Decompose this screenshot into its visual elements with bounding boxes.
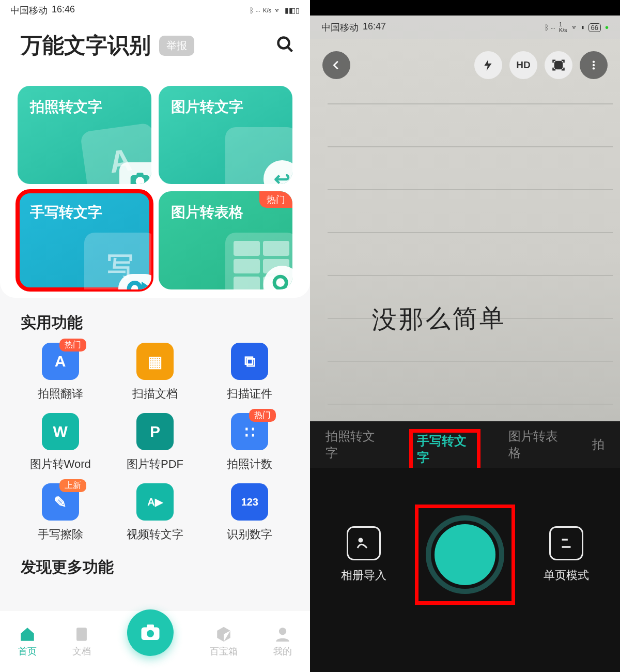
card-label: 图片转文字 [171,99,243,115]
func-label: 图片转PDF [127,456,183,472]
svg-point-18 [359,539,362,542]
svg-rect-12 [147,624,154,628]
func-number-recog[interactable]: 123 识别数字 [205,483,295,542]
card-handwriting-to-text[interactable]: 手写转文字 写 [18,191,151,289]
practical-functions-grid: 热门 A 拍照翻译 ▦ 扫描文档 ⧉ 扫描证件 W 图片转Word P 图片转P… [0,343,310,542]
video-icon: A▶ [136,483,174,521]
flash-button[interactable] [474,51,502,79]
camera-mode-strip[interactable]: 拍照转文字 手写转文字 图片转表格 拍 [310,421,620,468]
shutter-button[interactable] [426,515,504,594]
gallery-icon [347,526,381,560]
signal-icon: ▮◧▯ [285,6,300,14]
time-label: 16:47 [363,21,386,34]
more-button[interactable] [580,51,608,79]
camera-top-bar: HD [310,44,620,86]
svg-point-11 [147,630,154,637]
nav-me[interactable]: 我的 [273,625,292,658]
func-erase-handwriting[interactable]: 上新 ✎ 手写擦除 [16,483,105,542]
camera-controls: 相册导入 单页模式 [310,468,620,672]
capture-mode-button[interactable] [545,51,572,79]
scan-id-icon: ⧉ [231,343,268,380]
net-speed: 1K/s [559,22,567,33]
svg-point-17 [593,67,595,69]
main-feature-cards: 拍照转文字 A 图片转文字 ↩ 手写转文字 写 热门 图片转表格 [0,75,310,298]
wifi-icon: ᯤ [274,6,282,14]
svg-line-8 [285,287,290,289]
bt-icon: ᛒ ⋯ [545,23,555,32]
home-screen: 中国移动 16:46 ᛒ ⋯ K/s ᯤ ▮◧▯ 万能文字识别 举报 拍照转文字… [0,0,310,672]
number-icon: 123 [231,483,268,521]
status-bar-left: 中国移动 16:46 ᛒ ⋯ K/s ᯤ ▮◧▯ [0,0,310,21]
func-scan-id[interactable]: ⧉ 扫描证件 [205,343,295,402]
app-title: 万能文字识别 [21,31,151,60]
func-photo-count[interactable]: 热门 ∷ 拍照计数 [205,413,295,472]
func-video-text[interactable]: A▶ 视频转文字 [110,483,199,542]
func-label: 扫描证件 [227,386,272,402]
app-header: 万能文字识别 举报 [0,21,310,75]
nav-camera-button[interactable] [127,609,174,656]
more-vert-icon [588,59,599,71]
carrier-label: 中国移动 [321,21,359,34]
card-label: 手写转文字 [30,204,102,220]
func-label: 扫描文档 [132,386,178,402]
svg-point-15 [593,60,595,63]
camera-icon [140,622,161,644]
battery-icon: 66 [588,23,601,32]
mode-handwriting-text[interactable]: 手写转文字 [409,429,481,468]
status-bar-right: 中国移动 16:47 ᛒ ⋯ 1K/s ᯤ ▮ 66 • [310,16,620,39]
card-image-to-table[interactable]: 热门 图片转表格 [159,191,292,289]
svg-point-0 [278,38,289,49]
nav-docs[interactable]: 文档 [72,625,91,658]
nav-label: 文档 [72,645,91,658]
func-label: 图片转Word [30,456,91,472]
func-image-pdf[interactable]: P 图片转PDF [110,413,199,472]
func-scan-doc[interactable]: ▦ 扫描文档 [110,343,199,402]
card-photo-to-text[interactable]: 拍照转文字 A [18,86,151,184]
report-button[interactable]: 举报 [159,36,194,56]
hot-badge: 热门 [249,409,276,422]
svg-rect-9 [76,628,87,641]
page-mode-icon [549,526,583,560]
mode-photo-partial[interactable]: 拍 [592,436,605,453]
page-mode-button[interactable]: 单页模式 [544,526,589,583]
hot-badge: 热门 [59,339,86,352]
search-icon [276,35,295,54]
card-image-to-text[interactable]: 图片转文字 ↩ [159,86,292,184]
capture-icon [551,58,566,72]
back-button[interactable] [322,51,350,79]
nav-label: 首页 [18,645,37,658]
pdf-icon: P [136,413,174,450]
func-image-word[interactable]: W 图片转Word [16,413,105,472]
card-label: 图片转表格 [171,204,243,220]
mode-photo-text[interactable]: 拍照转文字 [326,428,381,461]
word-icon: W [42,413,79,450]
hot-badge: 热门 [259,191,292,208]
camera-screen: 没那么简单 中国移动 16:47 ᛒ ⋯ 1K/s ᯤ ▮ 66 • [310,0,620,672]
card-label: 拍照转文字 [30,99,102,115]
home-icon [19,625,36,643]
carrier-label: 中国移动 [10,4,48,17]
doc-icon [73,625,90,643]
section-practical-title: 实用功能 [0,298,310,343]
hd-button[interactable]: HD [509,51,537,79]
wifi-icon: ᯤ ▮ [571,23,584,32]
svg-point-13 [279,628,286,635]
func-label: 手写擦除 [38,527,83,542]
nav-label: 我的 [273,645,292,658]
gallery-label: 相册导入 [341,568,386,583]
section-discover-title: 发现更多功能 [0,542,310,578]
bt-icon: ᛒ ⋯ [250,6,260,14]
chevron-left-icon [331,59,342,71]
svg-point-7 [274,277,286,288]
gallery-import-button[interactable]: 相册导入 [341,526,386,583]
search-button[interactable] [276,35,295,56]
shutter-inner [435,524,495,585]
nav-label: 百宝箱 [210,645,238,658]
nav-home[interactable]: 首页 [18,625,37,658]
func-label: 视频转文字 [127,527,183,542]
mode-image-table[interactable]: 图片转表格 [508,428,564,461]
flash-icon [482,58,495,72]
func-photo-translate[interactable]: 热门 A 拍照翻译 [16,343,105,402]
nav-toolbox[interactable]: 百宝箱 [210,625,238,658]
shutter-highlight [415,505,515,605]
